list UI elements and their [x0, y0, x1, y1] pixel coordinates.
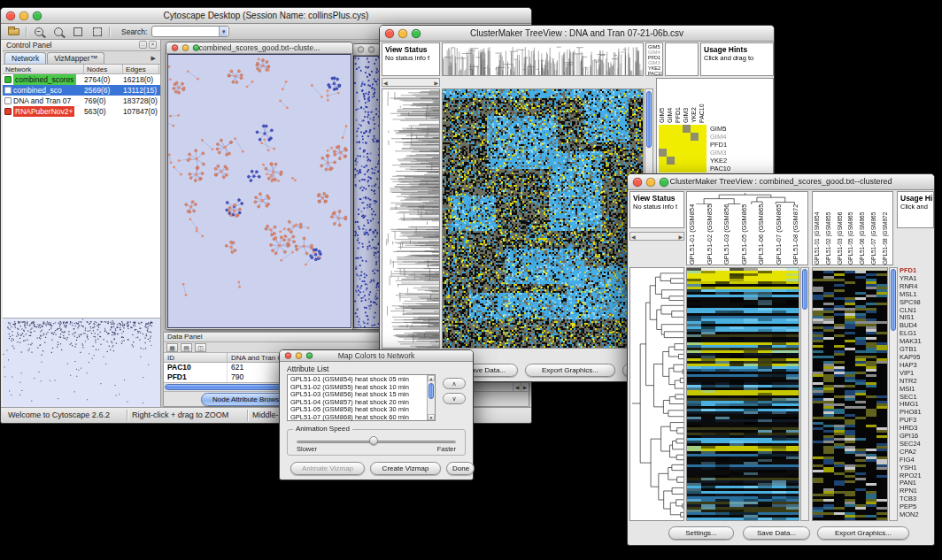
treeview2-titlebar[interactable]: ClusterMaker TreeView : combined_scores_… [628, 174, 934, 190]
create-vizmap-button[interactable]: Create Vizmap [370, 462, 441, 475]
close-button[interactable] [285, 353, 291, 359]
scroll-left-icon[interactable]: ◀ [631, 234, 636, 240]
gene-dendrogram-box[interactable] [382, 88, 440, 349]
zoom-window-button[interactable] [193, 45, 199, 51]
list-vscrollbar[interactable]: ▲ ▼ [427, 375, 435, 420]
gene-tree-scrollbar[interactable]: ◀ ▶ [629, 232, 684, 241]
zoom-fit-icon[interactable] [70, 25, 85, 38]
column-dendrogram-canvas[interactable] [687, 192, 807, 204]
zoom-window-button[interactable] [306, 353, 313, 359]
network-view-titlebar[interactable]: combined_scores_good.txt--cluste... [166, 42, 352, 54]
zoom-window-button[interactable] [660, 178, 668, 187]
close-button[interactable] [358, 47, 364, 53]
column-header-network[interactable]: Network [3, 65, 84, 73]
close-button[interactable] [385, 29, 394, 38]
close-button[interactable] [633, 178, 642, 187]
zoom-window-button[interactable] [412, 29, 421, 38]
attribute-item[interactable]: GPL51-07 (GSM868) heat shock 60 min [288, 414, 427, 422]
main-titlebar[interactable]: Cytoscape Desktop (Session Name: collins… [1, 8, 531, 24]
float-panel-icon[interactable]: □ [139, 41, 147, 49]
zoom-window-button[interactable] [33, 12, 42, 20]
network-row[interactable]: combined_scores2764(0)16218(0) [3, 74, 160, 85]
gene-label[interactable]: MON2 [900, 511, 934, 519]
network-overview-panel[interactable] [3, 318, 160, 407]
network-overview-canvas[interactable] [3, 318, 159, 406]
tab-overflow-icon[interactable]: ▶ [151, 55, 158, 64]
network-row[interactable]: DNA and Tran 07769(0)183728(0) [3, 96, 160, 106]
gene-dendrogram-canvas[interactable] [630, 268, 683, 520]
scrollbar-thumb[interactable] [891, 269, 896, 331]
mini-vscrollbar[interactable] [889, 267, 898, 521]
export-graphics-button[interactable]: Export Graphics... [817, 526, 909, 540]
heatmap-canvas[interactable] [687, 268, 799, 520]
scroll-left-icon[interactable]: ◀ [383, 80, 388, 86]
scroll-right-icon[interactable]: ▶ [678, 234, 683, 240]
zoom-column-label: GIM5 [659, 81, 667, 123]
network-view-window[interactable]: combined_scores_good.txt--cluste... [166, 42, 353, 330]
settings-button[interactable]: Settings... [668, 526, 734, 540]
network-view-canvas-area[interactable] [167, 54, 351, 328]
view-status-text: No status info t [630, 203, 683, 211]
column-tree-box[interactable]: GPL51-01 (GSM854GPL51-02 (GSM855GPL51-03… [686, 191, 808, 265]
zoom-heatmap-grid[interactable] [659, 125, 706, 173]
database-icon[interactable]: ◫ [195, 343, 206, 352]
tab-network[interactable]: Network [4, 52, 46, 64]
treeview1-titlebar[interactable]: ClusterMaker T­reeView : DNA and Tran 07… [380, 26, 774, 42]
minimize-button[interactable] [182, 45, 189, 51]
close-button[interactable] [6, 12, 15, 20]
heatmap-canvas[interactable] [443, 89, 643, 348]
close-button[interactable] [172, 45, 178, 51]
animate-vizmap-button[interactable]: Animate Vizmap [290, 462, 365, 475]
array-dendrogram-box[interactable] [442, 42, 644, 76]
zoom-out-icon[interactable]: − [31, 25, 46, 38]
move-up-button[interactable]: ∧ [443, 378, 466, 389]
mini-heatmap-canvas[interactable] [813, 268, 887, 520]
attribute-table-icon[interactable]: ▦ [166, 343, 178, 352]
network-nodes-count: 2764(0) [84, 74, 123, 85]
tab-vizmapper[interactable]: VizMapper™ [47, 52, 104, 64]
minimize-button[interactable] [19, 12, 28, 20]
export-graphics-button[interactable]: Export Graphics... [525, 364, 615, 377]
gene-dendrogram-box[interactable] [629, 267, 684, 521]
speed-slider-thumb[interactable] [369, 436, 378, 445]
done-button[interactable]: Done [446, 462, 475, 475]
close-panel-icon[interactable]: ✕ [149, 41, 157, 49]
gene-dendrogram-canvas[interactable] [382, 89, 439, 348]
column-header-nodes[interactable]: Nodes [84, 65, 123, 73]
scroll-down-icon[interactable]: ▼ [428, 414, 435, 420]
heatmap-box[interactable] [686, 267, 799, 521]
column-header-edges[interactable]: Edges [123, 65, 159, 73]
zoom-in-icon[interactable] [50, 25, 66, 38]
save-data-button[interactable]: Save Data... [743, 526, 810, 540]
attribute-select-icon[interactable]: ▤ [181, 343, 192, 352]
move-down-button[interactable]: ∨ [443, 393, 466, 404]
attribute-listbox[interactable]: GPL51-01 (GSM854) heat shock 05 minGPL51… [287, 374, 436, 421]
heatmap-vscrollbar[interactable] [800, 267, 809, 521]
network-graph-canvas[interactable] [168, 55, 351, 328]
network-row[interactable]: RNAPuberNov2+563(0)107847(0) [3, 106, 160, 117]
search-input[interactable]: ▾ [151, 26, 229, 37]
scroll-right-icon[interactable]: ▶ [434, 80, 438, 86]
minimize-button[interactable] [398, 29, 407, 38]
scroll-right-icon[interactable]: ▶ [521, 383, 529, 392]
gene-tree-scrollbar[interactable]: ◀ ▶ [382, 78, 440, 87]
heatmap-box[interactable] [442, 88, 644, 349]
zoom-selected-region-icon[interactable] [89, 25, 104, 38]
dialog-titlebar[interactable]: Map Colors to Network [280, 350, 473, 362]
mini-heatmap-box[interactable] [812, 267, 888, 521]
scroll-left-icon[interactable]: ◀ [513, 383, 521, 392]
minimize-button[interactable] [646, 178, 655, 187]
gene-name-list[interactable]: PFD1YRA1RNR4MSL1SPC98CLN1NIS1BUD4ELG1MAK… [900, 267, 934, 521]
network-row[interactable]: combined_sco2569(6)13112(15) [3, 85, 160, 96]
scroll-up-icon[interactable]: ▲ [428, 375, 435, 381]
open-folder-icon[interactable] [6, 25, 21, 38]
scrollbar-thumb[interactable] [646, 91, 652, 148]
array-dendrogram-canvas[interactable] [443, 43, 643, 75]
scrollbar-thumb[interactable] [802, 269, 807, 310]
minimize-button[interactable] [296, 353, 302, 359]
network-name: DNA and Tran 07 [13, 96, 71, 106]
search-dropdown-icon[interactable]: ▾ [219, 27, 228, 36]
minimize-button[interactable] [368, 47, 374, 53]
scrollbar-thumb[interactable] [429, 383, 434, 399]
column-header-id[interactable]: ID [164, 353, 228, 362]
